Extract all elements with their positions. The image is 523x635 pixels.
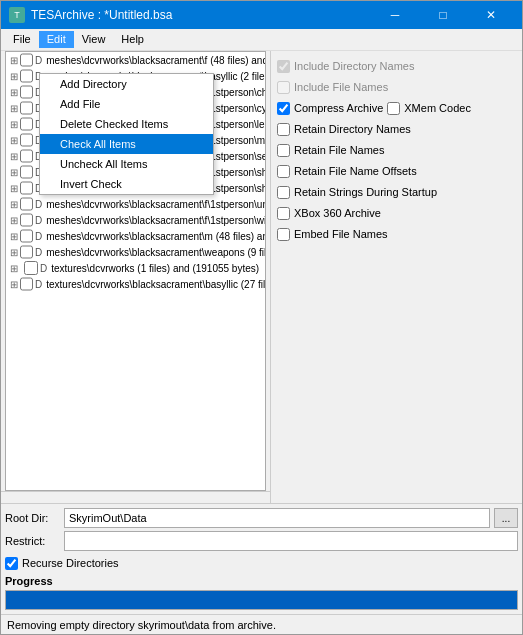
recurse-row: Recurse Directories — [5, 554, 518, 572]
file-checkbox[interactable] — [20, 277, 33, 291]
dir-icon: D — [35, 279, 42, 290]
retain-dir-names-label: Retain Directory Names — [294, 123, 411, 135]
dir-icon: D — [35, 199, 42, 210]
window-title: TESArchive : *Untitled.bsa — [31, 8, 172, 22]
retain-strings-checkbox[interactable] — [277, 186, 290, 199]
root-dir-row: Root Dir: ... — [5, 508, 518, 528]
horizontal-scrollbar[interactable] — [1, 491, 270, 503]
file-checkbox[interactable] — [20, 117, 33, 131]
menu-bar: File Edit View Help — [1, 29, 522, 51]
minimize-button[interactable]: ─ — [372, 5, 418, 25]
list-item[interactable]: ⊞ D textures\dcvrworks (1 files) and (19… — [6, 260, 265, 276]
xbox360-checkbox[interactable] — [277, 207, 290, 220]
edit-dropdown-menu: Add Directory Add File Delete Checked It… — [39, 73, 214, 195]
expand-icon: ⊞ — [10, 199, 18, 210]
file-checkbox[interactable] — [20, 85, 33, 99]
embed-names-checkbox[interactable] — [277, 228, 290, 241]
menu-uncheck-all[interactable]: Uncheck All Items — [40, 154, 213, 174]
expand-icon: ⊞ — [10, 279, 18, 290]
menu-check-all[interactable]: Check All Items — [40, 134, 213, 154]
list-item[interactable]: ⊞ D meshes\dcvrworks\blacksacrament\f\1s… — [6, 212, 265, 228]
file-checkbox[interactable] — [20, 53, 33, 67]
include-dir-names-label: Include Directory Names — [294, 60, 414, 72]
expand-icon: ⊞ — [10, 135, 18, 146]
list-item[interactable]: ⊞ D meshes\dcvrworks\blacksacrament\m (4… — [6, 228, 265, 244]
expand-icon: ⊞ — [10, 247, 18, 258]
file-checkbox[interactable] — [20, 229, 33, 243]
maximize-button[interactable]: □ — [420, 5, 466, 25]
file-path: textures\dcvrworks (1 files) and (191055… — [51, 263, 259, 274]
retain-offsets-checkbox[interactable] — [277, 165, 290, 178]
recurse-checkbox[interactable] — [5, 557, 18, 570]
checkbox-retain-file-names: Retain File Names — [277, 141, 516, 159]
expand-icon: ⊞ — [10, 103, 18, 114]
menu-help[interactable]: Help — [113, 31, 152, 48]
progress-bar-container — [5, 590, 518, 610]
root-dir-label: Root Dir: — [5, 512, 60, 524]
retain-strings-label: Retain Strings During Startup — [294, 186, 437, 198]
file-checkbox[interactable] — [20, 133, 33, 147]
content-area: Add Directory Add File Delete Checked It… — [1, 51, 522, 503]
file-path: textures\dcvrworks\blacksacrament\basyll… — [46, 279, 266, 290]
retain-file-names-checkbox[interactable] — [277, 144, 290, 157]
menu-file[interactable]: File — [5, 31, 39, 48]
file-checkbox[interactable] — [20, 245, 33, 259]
compress-archive-checkbox[interactable] — [277, 102, 290, 115]
checkbox-retain-dir-names: Retain Directory Names — [277, 120, 516, 138]
menu-invert-check[interactable]: Invert Check — [40, 174, 213, 194]
expand-icon: ⊞ — [10, 231, 18, 242]
xmem-codec-checkbox[interactable] — [387, 102, 400, 115]
menu-add-directory[interactable]: Add Directory — [40, 74, 213, 94]
file-checkbox[interactable] — [20, 197, 33, 211]
expand-icon: ⊞ — [10, 71, 18, 82]
recurse-label: Recurse Directories — [22, 557, 119, 569]
dir-icon: D — [35, 55, 42, 66]
menu-delete-checked[interactable]: Delete Checked Items — [40, 114, 213, 134]
embed-names-label: Embed File Names — [294, 228, 388, 240]
dir-icon: D — [35, 247, 42, 258]
list-item[interactable]: ⊞ D textures\dcvrworks\blacksacrament\ba… — [6, 276, 265, 292]
restrict-label: Restrict: — [5, 535, 60, 547]
expand-icon: ⊞ — [10, 87, 18, 98]
menu-add-file[interactable]: Add File — [40, 94, 213, 114]
expand-icon: ⊞ — [10, 183, 18, 194]
menu-edit[interactable]: Edit — [39, 31, 74, 48]
file-checkbox[interactable] — [20, 181, 33, 195]
list-item[interactable]: ⊞ D meshes\dcvrworks\blacksacrament\f\1s… — [6, 196, 265, 212]
title-bar: T TESArchive : *Untitled.bsa ─ □ ✕ — [1, 1, 522, 29]
file-checkbox[interactable] — [20, 69, 33, 83]
root-dir-input[interactable] — [64, 508, 490, 528]
include-dir-names-checkbox[interactable] — [277, 60, 290, 73]
title-bar-left: T TESArchive : *Untitled.bsa — [9, 7, 172, 23]
file-path: meshes\dcvrworks\blacksacrament\f\1stper… — [46, 215, 266, 226]
progress-bar-fill — [6, 591, 517, 609]
list-item[interactable]: ⊞ D meshes\dcvrworks\blacksacrament\f (4… — [6, 52, 265, 68]
retain-offsets-label: Retain File Name Offsets — [294, 165, 417, 177]
checkbox-retain-strings: Retain Strings During Startup — [277, 183, 516, 201]
file-checkbox[interactable] — [20, 165, 33, 179]
close-button[interactable]: ✕ — [468, 5, 514, 25]
list-item[interactable]: ⊞ D meshes\dcvrworks\blacksacrament\weap… — [6, 244, 265, 260]
file-checkbox[interactable] — [20, 213, 33, 227]
file-path: meshes\dcvrworks\blacksacrament\weapons … — [46, 247, 266, 258]
file-checkbox[interactable] — [24, 261, 38, 275]
checkbox-compress-archive: Compress Archive XMem Codec — [277, 99, 516, 117]
file-checkbox[interactable] — [20, 149, 33, 163]
file-path: meshes\dcvrworks\blacksacrament\f (48 fi… — [46, 55, 266, 66]
progress-label: Progress — [5, 575, 518, 587]
restrict-input[interactable] — [64, 531, 518, 551]
right-panel: Include Directory Names Include File Nam… — [271, 51, 522, 503]
compress-archive-label: Compress Archive — [294, 102, 383, 114]
retain-dir-names-checkbox[interactable] — [277, 123, 290, 136]
dir-icon: D — [40, 263, 47, 274]
bottom-area: Root Dir: ... Restrict: Recurse Director… — [1, 503, 522, 614]
browse-button[interactable]: ... — [494, 508, 518, 528]
title-controls: ─ □ ✕ — [372, 5, 514, 25]
expand-icon: ⊞ — [10, 119, 18, 130]
file-checkbox[interactable] — [20, 101, 33, 115]
expand-icon: ⊞ — [10, 151, 18, 162]
expand-icon: ⊞ — [10, 55, 18, 66]
menu-view[interactable]: View — [74, 31, 114, 48]
include-file-names-checkbox[interactable] — [277, 81, 290, 94]
checkbox-xbox360: XBox 360 Archive — [277, 204, 516, 222]
